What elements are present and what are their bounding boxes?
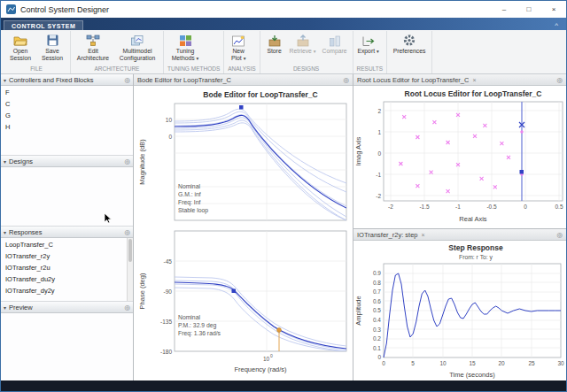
preview-body bbox=[1, 313, 133, 380]
controller-item[interactable]: C bbox=[1, 98, 133, 110]
responses-scrollbar[interactable] bbox=[127, 238, 133, 301]
collapse-arrow-icon[interactable]: ▾ bbox=[4, 229, 6, 235]
panel-actions-icon[interactable]: ◎ bbox=[124, 76, 130, 84]
new-plot-button[interactable]: New Plot ▾ bbox=[226, 31, 251, 65]
response-item[interactable]: IOTransfer_dy2y bbox=[1, 285, 133, 296]
imag-tick-label: -1 bbox=[376, 172, 381, 178]
retrieve-button[interactable]: Retrieve ▾ bbox=[287, 31, 319, 65]
save-session-label: Save Session bbox=[38, 48, 66, 62]
magnitude-marker[interactable] bbox=[239, 105, 244, 110]
tuning-methods-button[interactable]: Tuning Methods ▾ bbox=[166, 31, 205, 65]
controller-item[interactable]: H bbox=[1, 121, 133, 133]
phase-tick-label: -45 bbox=[164, 258, 173, 265]
bode-editor-panel: Bode Editor for LoopTransfer_C ◎ Bode Ed… bbox=[134, 74, 353, 380]
response-item[interactable]: IOTransfer_r2u bbox=[1, 262, 133, 273]
phase-margin-marker[interactable] bbox=[277, 328, 282, 333]
open-session-label: Open Session bbox=[6, 48, 35, 62]
amp-tick-label: 0.8 bbox=[373, 280, 381, 286]
minimize-button[interactable]: – bbox=[492, 1, 517, 18]
gain-margin-note: Freq: Inf bbox=[178, 199, 200, 206]
amp-tick-label: 0.6 bbox=[373, 298, 381, 304]
phase-marker[interactable] bbox=[232, 289, 237, 294]
amp-tick-label: 0.1 bbox=[373, 345, 381, 351]
open-session-button[interactable]: Open Session bbox=[4, 31, 36, 65]
architecture-icon bbox=[86, 33, 100, 48]
sidebar: ▾ Controllers and Fixed Blocks ◎ F C G H… bbox=[1, 74, 134, 380]
ribbon-section-tuning: Tuning Methods ▾ TUNING METHODS bbox=[164, 31, 224, 73]
freq-tick-label: 10 bbox=[263, 356, 270, 362]
multimodel-icon bbox=[130, 33, 144, 48]
phase-margin-note: Nominal bbox=[178, 314, 200, 320]
multimodel-configuration-button[interactable]: Multimodel Configuration bbox=[113, 31, 161, 65]
controller-item[interactable]: G bbox=[1, 110, 133, 121]
amp-tick-label: 0.4 bbox=[373, 317, 381, 323]
panel-header-responses[interactable]: ▾ Responses ◎ bbox=[1, 227, 133, 238]
step-response-body: Step Response From: r To: y bbox=[353, 241, 566, 380]
bode-plot[interactable]: Bode Editor for LoopTransfer_C bbox=[134, 86, 353, 380]
mag-tick-label: 0 bbox=[168, 134, 172, 140]
panel-header-designs[interactable]: ▾ Designs ◎ bbox=[1, 156, 133, 167]
panel-actions-icon[interactable]: ◎ bbox=[556, 231, 563, 239]
collapse-arrow-icon[interactable]: ▾ bbox=[4, 77, 6, 83]
real-tick-label: 0 bbox=[524, 204, 527, 210]
imag-tick-label: 2 bbox=[377, 108, 381, 114]
store-button[interactable]: Store bbox=[262, 31, 287, 65]
tab-control-system[interactable]: CONTROL SYSTEM bbox=[4, 20, 83, 30]
real-tick-label: -0.5 bbox=[486, 204, 497, 210]
root-locus-marker[interactable] bbox=[520, 170, 524, 174]
bode-editor-header[interactable]: Bode Editor for LoopTransfer_C ◎ bbox=[134, 74, 353, 86]
panel-actions-icon[interactable]: ◎ bbox=[343, 76, 349, 84]
panel-actions-icon[interactable]: ◎ bbox=[124, 228, 130, 236]
collapse-ribbon-icon[interactable]: ^ bbox=[549, 21, 563, 30]
response-item[interactable]: IOTransfer_du2y bbox=[1, 273, 133, 285]
root-locus-axes bbox=[384, 102, 563, 201]
save-session-button[interactable]: Save Session bbox=[36, 31, 68, 65]
multimodel-configuration-label: Multimodel Configuration bbox=[115, 48, 159, 62]
collapse-arrow-icon[interactable]: ▾ bbox=[4, 158, 6, 165]
ribbon-section-architecture: Edit Architecture Multimodel Configurati… bbox=[71, 31, 164, 73]
bode-editor-tab-title: Bode Editor for LoopTransfer_C bbox=[137, 76, 231, 84]
maximize-button[interactable]: □ bbox=[517, 1, 541, 18]
step-response-header[interactable]: IOTransfer_r2y: step × ◎ bbox=[353, 229, 566, 241]
time-tick-label: 15 bbox=[469, 360, 476, 366]
amp-tick-label: 0 bbox=[377, 354, 381, 360]
panel-designs: ▾ Designs ◎ bbox=[1, 156, 133, 227]
close-button[interactable]: × bbox=[541, 1, 566, 18]
step-response-plot[interactable]: Step Response From: r To: y bbox=[353, 241, 566, 380]
response-item[interactable]: IOTransfer_r2y bbox=[1, 250, 133, 262]
panel-title: Responses bbox=[9, 228, 121, 236]
amp-tick-label: 0.9 bbox=[373, 270, 381, 276]
close-tab-icon[interactable]: × bbox=[472, 77, 476, 83]
panel-actions-icon[interactable]: ◎ bbox=[124, 158, 130, 165]
collapse-arrow-icon[interactable]: ▾ bbox=[4, 304, 6, 311]
gain-margin-note: G.M.: inf bbox=[178, 191, 201, 197]
section-label-preferences bbox=[389, 72, 430, 73]
export-button[interactable]: Export ▾ bbox=[355, 31, 382, 65]
gain-margin-note: Stable loop bbox=[178, 207, 208, 214]
panel-header-preview[interactable]: ▾ Preview ◎ bbox=[1, 302, 133, 313]
save-icon bbox=[46, 33, 59, 48]
root-locus-plot[interactable]: Root Locus Editor for LoopTransfer_C bbox=[353, 86, 566, 228]
response-item[interactable]: LoopTransfer_C bbox=[1, 239, 133, 250]
status-bar bbox=[1, 380, 566, 391]
time-tick-label: 0 bbox=[382, 360, 385, 366]
ribbon-section-results: Export ▾ RESULTS bbox=[353, 31, 388, 73]
panel-title: Designs bbox=[9, 158, 121, 165]
close-tab-icon[interactable]: × bbox=[422, 232, 425, 238]
root-locus-plot-title: Root Locus Editor for LoopTransfer_C bbox=[405, 89, 542, 98]
phase-tick-label: -90 bbox=[164, 288, 173, 295]
compare-button[interactable]: Compare bbox=[319, 31, 351, 65]
controller-item[interactable]: F bbox=[1, 87, 133, 98]
phase-axis-label: Phase (deg) bbox=[138, 273, 146, 309]
preferences-button[interactable]: Preferences bbox=[389, 31, 430, 72]
real-tick-label: -1.5 bbox=[419, 204, 430, 210]
phase-tick-label: -180 bbox=[160, 349, 172, 355]
edit-architecture-button[interactable]: Edit Architecture bbox=[73, 31, 113, 65]
root-locus-header[interactable]: Root Locus Editor for LoopTransfer_C × ◎ bbox=[353, 74, 566, 86]
scrollbar-thumb[interactable] bbox=[128, 239, 132, 262]
time-tick-label: 10 bbox=[439, 360, 447, 366]
panel-actions-icon[interactable]: ◎ bbox=[124, 304, 130, 311]
app-window: Control System Designer – □ × CONTROL SY… bbox=[0, 0, 567, 392]
panel-header-controllers[interactable]: ▾ Controllers and Fixed Blocks ◎ bbox=[1, 74, 133, 86]
panel-actions-icon[interactable]: ◎ bbox=[556, 76, 563, 84]
